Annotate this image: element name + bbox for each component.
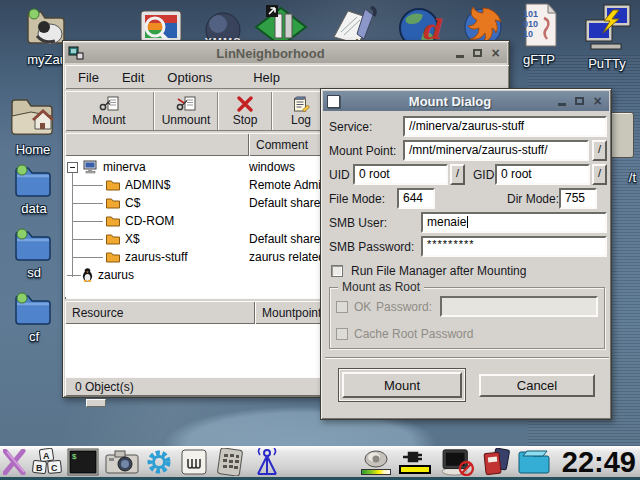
cache-root-password-checkbox[interactable] <box>336 328 348 340</box>
mount-button[interactable]: Mount <box>342 372 462 398</box>
minimize-button[interactable] <box>453 47 466 60</box>
tree-header-name[interactable] <box>65 133 249 156</box>
terminal-prompt: $ <box>72 452 77 461</box>
settings-gear-icon[interactable] <box>142 448 176 476</box>
tree-label: zaurus-stuff <box>125 250 187 264</box>
run-file-manager-checkbox[interactable] <box>331 265 343 277</box>
uid-label: UID <box>329 168 350 182</box>
toolbar-unmount-button[interactable]: Unmount <box>155 91 217 131</box>
mount-point-input[interactable]: /mnt/minerva/zaurus-stuff/ <box>403 140 589 161</box>
linneighborhood-titlebar[interactable]: LinNeighborhood × <box>65 43 507 63</box>
tree-comment: windows <box>249 160 295 174</box>
root-password-label: Password: <box>376 300 432 314</box>
cache-root-password-label: Cache Root Password <box>354 327 473 341</box>
menu-help[interactable]: Help <box>250 69 283 86</box>
close-icon: × <box>593 96 601 107</box>
gftp-bits-2: 010 <box>523 19 538 29</box>
service-input[interactable]: //minerva/zaurus-stuff <box>403 116 607 137</box>
x-server-icon[interactable] <box>0 448 30 476</box>
run-file-manager-label: Run File Manager after Mounting <box>351 264 526 278</box>
log-icon <box>291 96 311 112</box>
tree-comment: Default share <box>249 232 320 246</box>
tree-label: zaurus <box>98 268 134 282</box>
gid-input[interactable]: 0 root <box>495 164 590 185</box>
tree-comment: Remote Admin <box>249 178 328 192</box>
smb-password-input[interactable]: ********* <box>421 236 607 257</box>
dialog-close-button[interactable]: × <box>591 95 604 108</box>
tree-comment: Default share <box>249 196 320 210</box>
taskbar: A B C $ <box>0 446 640 480</box>
desktop-icon-cf[interactable] <box>12 290 56 328</box>
folder-icon <box>105 214 121 228</box>
volume-level-bar[interactable] <box>361 469 391 475</box>
abc-input-method-icon[interactable]: A B C <box>30 448 64 476</box>
screenshot-camera-icon[interactable] <box>102 448 142 476</box>
taskbar-clock[interactable]: 22:49 <box>562 446 636 479</box>
linneighborhood-title: LinNeighborhood <box>88 46 453 61</box>
volume-icon[interactable] <box>358 448 394 476</box>
uid-browse-button[interactable]: / <box>450 164 465 185</box>
root-password-input[interactable] <box>440 296 598 317</box>
mount-as-root-group-title: Mount as Root <box>338 280 424 294</box>
toolbar-mount-button[interactable]: Mount <box>65 91 153 131</box>
folder-icon <box>105 250 121 264</box>
mount-dialog-window-icon <box>327 95 340 108</box>
gftp-bits-1: 101 <box>523 9 538 19</box>
menu-file[interactable]: File <box>75 69 102 86</box>
toolbar-stop-button[interactable]: Stop <box>219 91 271 131</box>
desktop-icon-gftp[interactable]: 101 010 10 <box>518 2 560 48</box>
abc-letter-b: B <box>36 463 43 473</box>
keyboard-key-icon[interactable] <box>176 448 212 476</box>
display-off-icon[interactable] <box>436 448 480 476</box>
uid-input[interactable]: 0 root <box>353 164 448 185</box>
menu-edit[interactable]: Edit <box>119 69 147 86</box>
collapse-icon[interactable] <box>67 162 78 173</box>
h-scrollbar-stub[interactable] <box>86 399 106 407</box>
tree-label: X$ <box>125 232 140 246</box>
desktop-icon-data[interactable] <box>12 162 56 200</box>
mount-dialog-titlebar[interactable]: Mount Dialog × <box>323 91 609 111</box>
close-icon: × <box>491 48 499 59</box>
linneighborhood-window-icon <box>68 45 84 61</box>
desktop-icon-sd[interactable] <box>12 226 56 264</box>
maximize-button[interactable] <box>471 47 484 60</box>
dir-mode-label: Dir Mode: <box>507 192 559 206</box>
memory-card-icon[interactable] <box>480 448 514 476</box>
battery-level-bar <box>399 465 431 474</box>
smb-user-input[interactable]: menaie <box>421 212 607 233</box>
smb-user-value: menaie <box>427 215 466 229</box>
tree-comment: zaurus related <box>249 250 325 264</box>
terminal-icon[interactable]: $ <box>64 448 102 476</box>
mount-point-browse-button[interactable]: / <box>592 140 607 161</box>
dialog-maximize-button[interactable] <box>573 95 586 108</box>
root-ok-checkbox[interactable] <box>336 301 348 313</box>
tree-label: C$ <box>125 196 140 210</box>
battery-power-icon[interactable] <box>394 448 436 476</box>
tree-label: CD-ROM <box>125 214 174 228</box>
desktop-icon-home[interactable] <box>8 94 58 140</box>
toolbar-log-label: Log <box>291 113 311 127</box>
mount-button-frame: Mount <box>339 369 465 401</box>
computer-icon <box>83 160 99 174</box>
gid-browse-button[interactable]: / <box>592 164 607 185</box>
documents-folder-icon[interactable] <box>514 448 556 476</box>
folder-icon <box>105 178 121 192</box>
toolbar-stop-label: Stop <box>233 113 258 127</box>
dir-mode-input[interactable]: 755 <box>559 188 597 209</box>
resource-column-header[interactable]: Resource <box>65 301 255 324</box>
wireless-antenna-icon[interactable] <box>248 448 286 476</box>
menu-options[interactable]: Options <box>164 69 215 86</box>
service-value: //minerva/zaurus-stuff <box>409 119 524 133</box>
file-mode-label: File Mode: <box>329 192 385 206</box>
uid-value: 0 root <box>359 167 390 181</box>
file-mode-value: 644 <box>403 191 423 205</box>
abc-letter-a: A <box>43 451 50 461</box>
keypad-device-icon[interactable] <box>212 448 248 476</box>
mount-dialog-title: Mount Dialog <box>345 94 555 109</box>
desktop-icon-putty[interactable] <box>582 2 634 52</box>
dialog-minimize-button[interactable] <box>555 95 568 108</box>
file-mode-input[interactable]: 644 <box>397 188 435 209</box>
cancel-button[interactable]: Cancel <box>479 374 595 397</box>
close-button[interactable]: × <box>489 47 502 60</box>
smb-user-label: SMB User: <box>329 216 387 230</box>
